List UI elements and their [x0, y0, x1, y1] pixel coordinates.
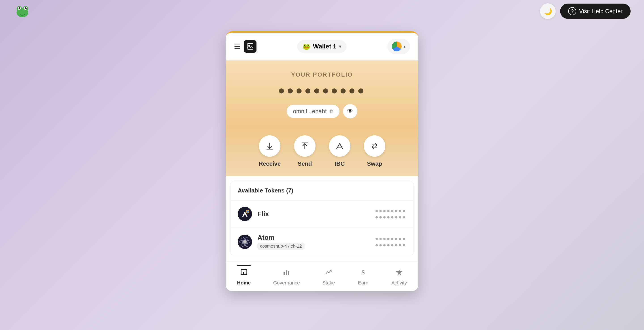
atom-amount-dots-1: ●●●●●●●● [375, 236, 406, 242]
nav-home[interactable]: Home [232, 266, 256, 288]
token-row-atom[interactable]: Atom cosmoshub-4 / ch-12 ●●●●●●●● ●●●●●●… [230, 227, 414, 256]
token-row-flix[interactable]: Flix ●●●●●●●● ●●●●●●●● [230, 200, 414, 227]
home-active-indicator [237, 265, 251, 266]
moon-icon: 🌙 [544, 7, 552, 15]
question-circle-icon: ? [568, 7, 576, 15]
logo-area [14, 3, 31, 19]
atom-amount-dots-2: ●●●●●●●● [375, 242, 406, 248]
stake-nav-icon [324, 268, 333, 278]
help-center-button[interactable]: ? Visit Help Center [560, 3, 630, 19]
atom-token-tag: cosmoshub-4 / ch-12 [258, 243, 304, 250]
swap-label: Swap [367, 160, 382, 167]
earn-nav-icon: $ [359, 268, 368, 278]
nav-home-label: Home [237, 280, 251, 286]
address-row: omnif...ehahf ⧉ 👁 [234, 104, 410, 118]
top-bar: 🌙 ? Visit Help Center [0, 0, 644, 22]
ibc-button[interactable]: IBC [329, 135, 350, 167]
nav-activity[interactable]: Activity [386, 266, 412, 288]
svg-rect-18 [242, 272, 244, 274]
receive-icon-circle [259, 135, 280, 157]
wallet-address: omnif...ehahf [293, 108, 326, 115]
wallet-popup: ☰ 🐸 Wallet 1 ▾ ▾ YOUR PORTFOLIO ●●●●●●●●… [226, 31, 418, 291]
menu-icon[interactable]: ☰ [234, 42, 240, 51]
flix-token-icon [238, 207, 252, 221]
tokens-section: Available Tokens (7) Flix ●●●●●●●● ● [226, 181, 418, 256]
flix-token-amounts: ●●●●●●●● ●●●●●●●● [375, 208, 406, 220]
nav-governance-label: Governance [273, 280, 300, 286]
atom-token-info: Atom cosmoshub-4 / ch-12 [258, 234, 375, 250]
wallet-selector[interactable]: 🐸 Wallet 1 ▾ [297, 40, 347, 53]
svg-rect-20 [284, 272, 285, 275]
home-nav-icon [240, 268, 248, 278]
svg-point-11 [246, 210, 249, 213]
flix-amount-dots-1: ●●●●●●●● [375, 208, 406, 214]
atom-token-amounts: ●●●●●●●● ●●●●●●●● [375, 236, 406, 248]
nav-earn-label: Earn [358, 280, 368, 286]
send-button[interactable]: Send [294, 135, 316, 167]
portfolio-label: YOUR PORTFOLIO [234, 71, 410, 78]
atom-token-icon [238, 235, 252, 249]
svg-point-6 [25, 7, 26, 9]
actions-section: Receive Send IBC [226, 127, 418, 176]
nav-earn[interactable]: $ Earn [352, 266, 374, 288]
flix-token-info: Flix [258, 210, 375, 218]
wallet-chevron-icon: ▾ [339, 44, 341, 49]
wallet-frog-emoji: 🐸 [302, 43, 310, 50]
flix-token-name: Flix [258, 210, 375, 218]
address-pill: omnif...ehahf ⧉ [287, 105, 339, 118]
activity-nav-icon [395, 268, 404, 278]
svg-point-5 [18, 7, 20, 9]
top-right-buttons: 🌙 ? Visit Help Center [540, 3, 630, 19]
network-chevron-icon: ▾ [404, 44, 406, 49]
bottom-nav: Home Governance Stake [226, 261, 418, 291]
flix-amount-dots-2: ●●●●●●●● [375, 214, 406, 220]
tokens-header: Available Tokens (7) [230, 181, 414, 200]
dark-mode-button[interactable]: 🌙 [540, 3, 556, 19]
frog-logo [14, 3, 31, 19]
svg-rect-7 [247, 43, 253, 49]
copy-icon[interactable]: ⧉ [330, 108, 333, 114]
help-button-label: Visit Help Center [579, 8, 622, 15]
portfolio-amount-dots: ●●●●●●●●●● [234, 84, 410, 97]
svg-rect-21 [286, 270, 287, 275]
swap-icon-circle [364, 135, 385, 157]
atom-token-name: Atom [258, 234, 375, 241]
visibility-toggle-button[interactable]: 👁 [343, 104, 357, 118]
svg-rect-22 [288, 271, 289, 275]
receive-label: Receive [259, 160, 281, 167]
nav-activity-label: Activity [391, 280, 407, 286]
ibc-label: IBC [335, 160, 345, 167]
nav-stake[interactable]: Stake [317, 266, 340, 288]
network-icon [392, 41, 402, 51]
image-icon[interactable] [244, 40, 256, 53]
svg-text:$: $ [362, 269, 365, 276]
nav-stake-label: Stake [322, 280, 335, 286]
wallet-name: Wallet 1 [313, 43, 336, 50]
portfolio-section: YOUR PORTFOLIO ●●●●●●●●●● omnif...ehahf … [226, 60, 418, 127]
nav-governance[interactable]: Governance [268, 266, 305, 288]
send-label: Send [298, 160, 312, 167]
send-icon-circle [294, 135, 316, 157]
wallet-header: ☰ 🐸 Wallet 1 ▾ ▾ [226, 33, 418, 60]
eye-icon: 👁 [347, 108, 353, 115]
receive-button[interactable]: Receive [259, 135, 281, 167]
governance-nav-icon [282, 268, 291, 278]
swap-button[interactable]: Swap [364, 135, 385, 167]
tokens-card: Available Tokens (7) Flix ●●●●●●●● ● [230, 181, 414, 256]
header-left: ☰ [234, 40, 256, 53]
network-selector[interactable]: ▾ [387, 39, 410, 54]
ibc-icon-circle [329, 135, 350, 157]
